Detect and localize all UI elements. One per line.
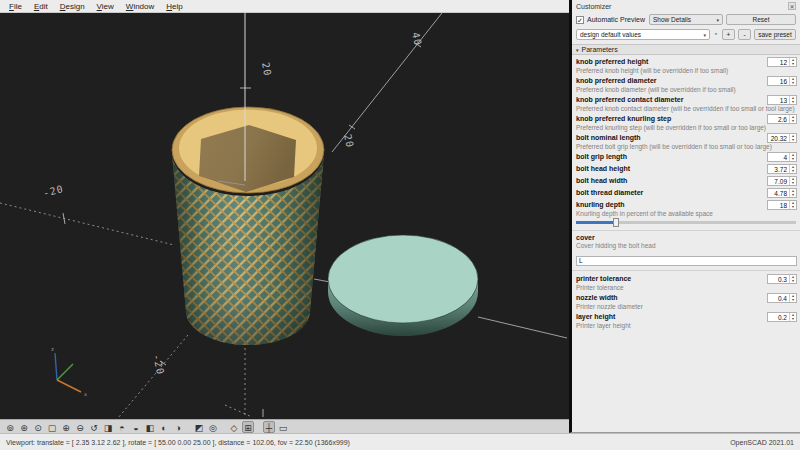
- save-preset-button[interactable]: save preset: [754, 29, 796, 40]
- spin-arrows-icon[interactable]: ▴▾: [789, 115, 796, 123]
- menu-file[interactable]: File: [3, 2, 28, 11]
- knurling-depth-spinbox[interactable]: 18▴▾: [767, 200, 797, 210]
- spin-arrows-icon[interactable]: ▴▾: [789, 77, 796, 85]
- param-value: 20.32: [768, 134, 789, 142]
- zoom-to-fit-icon[interactable]: ⊛: [18, 421, 30, 433]
- reset-button[interactable]: Reset: [726, 14, 796, 25]
- spin-arrows-icon[interactable]: ▴▾: [789, 177, 796, 185]
- param-description: Preferred knurling step (will be overrid…: [576, 124, 797, 131]
- knob-model: [172, 107, 324, 345]
- param-description: Preferred bolt grip length (will be over…: [576, 143, 797, 150]
- param-bolt-nominal-length: bolt nominal length20.32▴▾Preferred bolt…: [572, 132, 800, 151]
- show-scale-markers-icon[interactable]: ▭: [277, 421, 289, 433]
- menu-help[interactable]: Help: [160, 2, 188, 11]
- show-details-dropdown[interactable]: Show Details ▾: [649, 14, 723, 25]
- remove-preset-button[interactable]: -: [738, 29, 751, 40]
- knob-preferred-diameter-spinbox[interactable]: 16▴▾: [767, 76, 797, 86]
- knob-preferred-knurling-step-spinbox[interactable]: 2.6▴▾: [767, 114, 797, 124]
- spin-arrows-icon[interactable]: ▴▾: [789, 96, 796, 104]
- view-front-icon[interactable]: ◐: [158, 421, 170, 433]
- perspective-icon[interactable]: ◇: [228, 421, 240, 433]
- param-description: Cover hidding the bolt head: [576, 242, 797, 249]
- bolt-grip-length-spinbox[interactable]: 4▴▾: [767, 152, 797, 162]
- param-value: 3.72: [768, 165, 789, 173]
- reset-view-icon[interactable]: ↺: [88, 421, 100, 433]
- view-top-icon[interactable]: ◓: [116, 421, 128, 433]
- knob-preferred-contact-diameter-spinbox[interactable]: 13▴▾: [767, 95, 797, 105]
- app-version-text: OpenSCAD 2021.01: [730, 439, 794, 446]
- view-right-icon[interactable]: ◨: [102, 421, 114, 433]
- gizmo-z-axis: [55, 353, 57, 380]
- bolt-nominal-length-spinbox[interactable]: 20.32▴▾: [767, 133, 797, 143]
- x-axis-negative-line: [0, 203, 174, 245]
- param-value: 0.2: [768, 313, 789, 321]
- param-name: knob preferred diameter: [576, 77, 657, 85]
- axes-gizmo: z x: [51, 346, 87, 397]
- param-name: knurling depth: [576, 201, 625, 209]
- menu-window[interactable]: Window: [120, 2, 160, 11]
- param-value: 0.4: [768, 294, 789, 302]
- spin-arrows-icon[interactable]: ▴▾: [789, 189, 796, 197]
- param-bolt-head-height: bolt head height3.72▴▾: [572, 163, 800, 175]
- param-cover: coverCover hidding the bolt head: [572, 230, 800, 268]
- select-frame-icon[interactable]: ▢: [46, 421, 58, 433]
- param-description: Printer tolerance: [576, 284, 797, 291]
- knurling-depth-slider[interactable]: [576, 218, 796, 227]
- bolt-head-width-spinbox[interactable]: 7.09▴▾: [767, 176, 797, 186]
- zoom-all-icon[interactable]: ⊚: [4, 421, 16, 433]
- orthogonal-icon[interactable]: ⊞: [242, 421, 254, 433]
- param-name: bolt grip length: [576, 153, 627, 161]
- x-axis-positive-segment: [314, 279, 330, 282]
- param-value: 13: [768, 96, 789, 104]
- spin-arrows-icon[interactable]: ▴▾: [789, 165, 796, 173]
- gizmo-x-axis: [57, 380, 81, 392]
- bolt-thread-diameter-spinbox[interactable]: 4.78▴▾: [767, 188, 797, 198]
- spin-arrows-icon[interactable]: ▴▾: [789, 201, 796, 209]
- view-bottom-icon[interactable]: ◒: [130, 421, 142, 433]
- layer-height-spinbox[interactable]: 0.2▴▾: [767, 312, 797, 322]
- axis-tick-mark: [349, 125, 355, 129]
- nozzle-width-spinbox[interactable]: 0.4▴▾: [767, 293, 797, 303]
- zoom-selection-icon[interactable]: ⊙: [32, 421, 44, 433]
- close-icon[interactable]: ✕: [788, 2, 796, 10]
- view-back-icon[interactable]: ◑: [172, 421, 184, 433]
- cover-input[interactable]: [576, 256, 797, 266]
- show-crosshairs-icon[interactable]: ┼: [263, 421, 275, 433]
- add-preset-button[interactable]: +: [722, 29, 735, 40]
- parameters-group-header[interactable]: ▾ Parameters: [572, 44, 800, 55]
- menu-edit[interactable]: Edit: [28, 2, 54, 11]
- preset-combobox[interactable]: design default values ▾: [576, 29, 710, 40]
- chevron-down-icon: ▾: [716, 17, 719, 23]
- view-center-icon[interactable]: ◎: [207, 421, 219, 433]
- param-bolt-thread-diameter: bolt thread diameter4.78▴▾: [572, 187, 800, 199]
- param-name: bolt thread diameter: [576, 189, 643, 197]
- param-name: cover: [576, 234, 595, 242]
- bolt-head-height-spinbox[interactable]: 3.72▴▾: [767, 164, 797, 174]
- spin-arrows-icon[interactable]: ▴▾: [789, 313, 796, 321]
- menu-view[interactable]: View: [91, 2, 120, 11]
- printer-tolerance-spinbox[interactable]: 0.3▴▾: [767, 274, 797, 284]
- zoom-in-icon[interactable]: ⊕: [60, 421, 72, 433]
- view-diagonal-icon[interactable]: ◩: [193, 421, 205, 433]
- 3d-viewport[interactable]: -20204020-20: [0, 13, 569, 419]
- spin-arrows-icon[interactable]: ▴▾: [789, 275, 796, 283]
- axis-fragment-line: [225, 405, 252, 417]
- view-left-icon[interactable]: ◧: [144, 421, 156, 433]
- spin-arrows-icon[interactable]: ▴▾: [789, 134, 796, 142]
- customizer-controls-row: ✓ Automatic Preview Show Details ▾ Reset: [572, 12, 800, 27]
- menu-design[interactable]: Design: [54, 2, 91, 11]
- automatic-preview-checkbox[interactable]: ✓: [576, 16, 584, 24]
- param-value: 2.6: [768, 115, 789, 123]
- customizer-panel: Customizer ✕ ✓ Automatic Preview Show De…: [569, 0, 800, 433]
- viewport-status-text: Viewport: translate = [ 2.35 3.12 2.62 ]…: [6, 439, 350, 446]
- param-bolt-grip-length: bolt grip length4▴▾: [572, 151, 800, 163]
- zoom-out-icon[interactable]: ⊖: [74, 421, 86, 433]
- knob-preferred-height-spinbox[interactable]: 12▴▾: [767, 57, 797, 67]
- spin-arrows-icon[interactable]: ▴▾: [789, 294, 796, 302]
- spin-arrows-icon[interactable]: ▴▾: [789, 58, 796, 66]
- param-value: 7.09: [768, 177, 789, 185]
- param-knob-preferred-contact-diameter: knob preferred contact diameter13▴▾Prefe…: [572, 94, 800, 113]
- spin-arrows-icon[interactable]: ▴▾: [789, 153, 796, 161]
- axis-tick-label: 20: [342, 133, 356, 149]
- slider-handle[interactable]: [613, 218, 619, 227]
